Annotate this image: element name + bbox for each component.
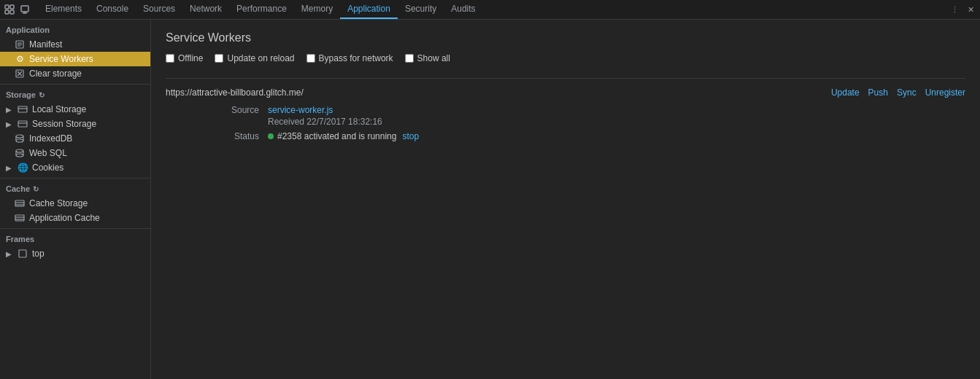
sidebar-item-local-storage[interactable]: ▶ Local Storage bbox=[0, 102, 150, 117]
unregister-link[interactable]: Unregister bbox=[925, 87, 965, 98]
sync-link[interactable]: Sync bbox=[897, 87, 917, 98]
tab-memory[interactable]: Memory bbox=[294, 0, 340, 19]
update-on-reload-checkbox[interactable] bbox=[215, 54, 223, 63]
sw-details: Source service-worker.js Received 22/7/2… bbox=[209, 105, 965, 141]
bypass-for-network-checkbox[interactable] bbox=[306, 54, 315, 63]
sw-url: https://attractive-billboard.glitch.me/ bbox=[166, 87, 304, 98]
sidebar-item-cookies[interactable]: ▶ 🌐 Cookies bbox=[0, 160, 150, 175]
tab-bar-right: ⋮ ✕ bbox=[948, 3, 977, 16]
tab-bar: Elements Console Sources Network Perform… bbox=[0, 0, 980, 20]
web-sql-icon bbox=[15, 148, 25, 158]
svg-point-21 bbox=[16, 139, 23, 142]
service-workers-panel: Service Workers Offline Update on reload… bbox=[151, 20, 980, 162]
offline-checkbox-item[interactable]: Offline bbox=[166, 53, 203, 63]
sw-received: Received 22/7/2017 18:32:16 bbox=[268, 117, 965, 127]
panel-title: Service Workers bbox=[166, 31, 965, 44]
sw-source-container: service-worker.js Received 22/7/2017 18:… bbox=[268, 105, 965, 127]
gear-icon: ⚙ bbox=[15, 54, 25, 64]
application-cache-icon bbox=[15, 213, 25, 223]
storage-refresh-icon[interactable]: ↻ bbox=[39, 91, 45, 99]
tab-sources[interactable]: Sources bbox=[136, 0, 182, 19]
sidebar-item-application-cache[interactable]: Application Cache bbox=[0, 211, 150, 225]
sidebar-item-cache-storage[interactable]: Cache Storage bbox=[0, 196, 150, 211]
main-layout: Application Manifest ⚙ Service Workers C… bbox=[0, 20, 980, 379]
svg-point-22 bbox=[16, 149, 23, 152]
show-all-checkbox-item[interactable]: Show all bbox=[405, 53, 450, 63]
bypass-for-network-label: Bypass for network bbox=[319, 53, 393, 63]
sw-status-container: #2358 activated and is running stop bbox=[268, 131, 965, 141]
cookies-arrow: ▶ bbox=[6, 164, 12, 172]
divider-3 bbox=[0, 228, 150, 229]
svg-rect-3 bbox=[10, 10, 14, 14]
tab-audits[interactable]: Audits bbox=[444, 0, 482, 19]
push-link[interactable]: Push bbox=[868, 87, 888, 98]
sw-actions: Update Push Sync Unregister bbox=[831, 87, 965, 98]
show-all-label: Show all bbox=[417, 53, 450, 63]
frames-section-header: Frames bbox=[0, 232, 150, 246]
update-on-reload-checkbox-item[interactable]: Update on reload bbox=[215, 53, 294, 63]
svg-point-25 bbox=[16, 154, 23, 157]
divider-2 bbox=[0, 178, 150, 179]
sidebar-item-top[interactable]: ▶ top bbox=[0, 246, 150, 261]
application-section-header: Application bbox=[0, 23, 150, 37]
top-arrow: ▶ bbox=[6, 250, 12, 258]
status-dot bbox=[268, 133, 274, 139]
tab-application[interactable]: Application bbox=[340, 0, 398, 19]
sw-checkboxes: Offline Update on reload Bypass for netw… bbox=[166, 53, 965, 63]
frame-icon bbox=[18, 249, 28, 259]
cache-storage-icon bbox=[15, 198, 25, 208]
inspect-icon[interactable] bbox=[3, 3, 16, 16]
sw-entry-header: https://attractive-billboard.glitch.me/ … bbox=[166, 87, 965, 98]
svg-rect-0 bbox=[5, 5, 9, 9]
cache-refresh-icon[interactable]: ↻ bbox=[33, 185, 39, 193]
tab-console[interactable]: Console bbox=[89, 0, 136, 19]
sidebar-item-service-workers[interactable]: ⚙ Service Workers bbox=[0, 52, 150, 66]
svg-rect-14 bbox=[18, 106, 27, 112]
tab-performance[interactable]: Performance bbox=[229, 0, 294, 19]
svg-rect-1 bbox=[10, 5, 14, 9]
offline-checkbox[interactable] bbox=[166, 54, 174, 63]
tab-elements[interactable]: Elements bbox=[38, 0, 89, 19]
content-area: Service Workers Offline Update on reload… bbox=[151, 20, 980, 379]
clear-storage-icon bbox=[15, 69, 25, 79]
sidebar-item-indexeddb[interactable]: IndexedDB bbox=[0, 131, 150, 146]
cache-section-header: Cache ↻ bbox=[0, 181, 150, 196]
bypass-for-network-checkbox-item[interactable]: Bypass for network bbox=[306, 53, 393, 63]
svg-point-18 bbox=[16, 135, 23, 138]
session-storage-arrow: ▶ bbox=[6, 120, 12, 128]
indexeddb-icon bbox=[15, 133, 25, 144]
sidebar-item-manifest[interactable]: Manifest bbox=[0, 37, 150, 52]
more-options-icon[interactable]: ⋮ bbox=[948, 3, 961, 16]
close-devtools-icon[interactable]: ✕ bbox=[964, 3, 977, 16]
update-on-reload-label: Update on reload bbox=[227, 53, 294, 63]
sidebar-item-session-storage[interactable]: ▶ Session Storage bbox=[0, 117, 150, 131]
offline-label: Offline bbox=[178, 53, 203, 63]
local-storage-icon bbox=[18, 104, 28, 114]
tab-network[interactable]: Network bbox=[182, 0, 229, 19]
svg-rect-16 bbox=[18, 121, 27, 127]
update-link[interactable]: Update bbox=[831, 87, 860, 98]
show-all-checkbox[interactable] bbox=[405, 54, 414, 63]
sidebar-item-web-sql[interactable]: Web SQL bbox=[0, 146, 150, 160]
storage-section-header: Storage ↻ bbox=[0, 87, 150, 102]
svg-rect-26 bbox=[15, 200, 24, 206]
svg-rect-4 bbox=[21, 6, 28, 12]
svg-rect-29 bbox=[15, 215, 24, 221]
cookies-icon: 🌐 bbox=[18, 163, 28, 173]
tab-security[interactable]: Security bbox=[398, 0, 444, 19]
divider-1 bbox=[0, 84, 150, 85]
svg-rect-32 bbox=[19, 250, 26, 257]
manifest-icon bbox=[15, 39, 25, 50]
sw-entry: https://attractive-billboard.glitch.me/ … bbox=[166, 78, 965, 150]
local-storage-arrow: ▶ bbox=[6, 106, 12, 114]
sw-status-text: #2358 activated and is running bbox=[277, 131, 396, 141]
svg-rect-2 bbox=[5, 10, 9, 14]
source-label: Source bbox=[209, 105, 268, 127]
sidebar: Application Manifest ⚙ Service Workers C… bbox=[0, 20, 151, 379]
status-label: Status bbox=[209, 131, 268, 141]
device-icon[interactable] bbox=[19, 3, 32, 16]
sidebar-item-clear-storage[interactable]: Clear storage bbox=[0, 66, 150, 81]
session-storage-icon bbox=[18, 119, 28, 129]
stop-link[interactable]: stop bbox=[402, 131, 419, 141]
source-file-link[interactable]: service-worker.js bbox=[268, 105, 333, 115]
